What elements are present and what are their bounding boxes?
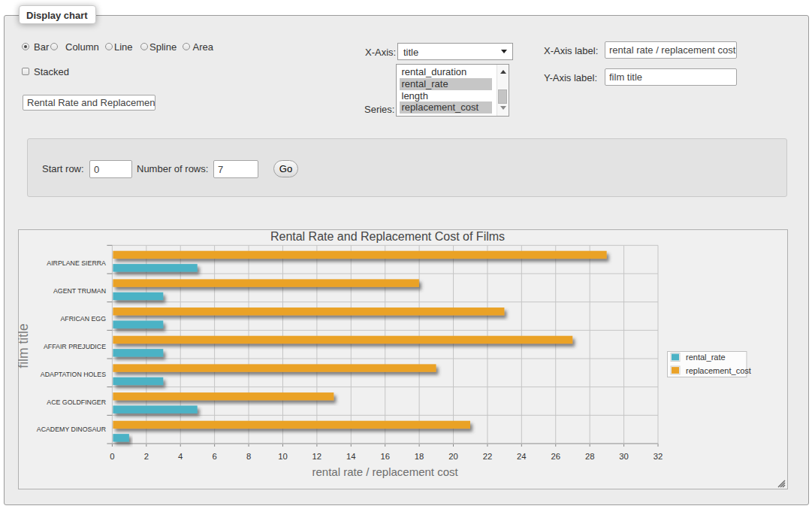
svg-text:rental_rate: rental_rate: [686, 353, 726, 362]
svg-text:22: 22: [483, 452, 493, 461]
svg-text:4: 4: [178, 452, 183, 461]
svg-text:10: 10: [278, 452, 288, 461]
svg-text:6: 6: [212, 452, 216, 461]
svg-text:32: 32: [654, 452, 663, 461]
svg-text:16: 16: [380, 452, 390, 461]
svg-text:18: 18: [415, 452, 424, 461]
svg-text:28: 28: [585, 452, 595, 461]
svg-text:26: 26: [551, 452, 560, 461]
svg-text:AFFAIR PREJUDICE: AFFAIR PREJUDICE: [44, 343, 106, 350]
svg-text:rental rate / replacement cost: rental rate / replacement cost: [312, 465, 458, 478]
svg-text:Rental Rate and Replacement Co: Rental Rate and Replacement Cost of Film…: [270, 230, 505, 243]
svg-text:ACE GOLDFINGER: ACE GOLDFINGER: [47, 398, 106, 406]
svg-text:12: 12: [312, 452, 322, 461]
svg-text:film title: film title: [18, 323, 31, 368]
svg-text:30: 30: [619, 452, 629, 461]
svg-text:AFRICAN EGG: AFRICAN EGG: [60, 315, 106, 323]
svg-text:ACADEMY DINOSAUR: ACADEMY DINOSAUR: [37, 426, 106, 433]
svg-text:AIRPLANE SIERRA: AIRPLANE SIERRA: [47, 259, 106, 267]
svg-text:14: 14: [346, 452, 356, 461]
svg-text:24: 24: [517, 452, 527, 461]
svg-text:0: 0: [110, 452, 114, 461]
svg-text:AGENT TRUMAN: AGENT TRUMAN: [53, 287, 106, 295]
svg-text:8: 8: [246, 452, 251, 461]
svg-text:20: 20: [448, 452, 458, 461]
svg-text:ADAPTATION HOLES: ADAPTATION HOLES: [41, 371, 106, 378]
svg-text:2: 2: [144, 452, 149, 461]
svg-text:replacement_cost: replacement_cost: [686, 366, 751, 375]
